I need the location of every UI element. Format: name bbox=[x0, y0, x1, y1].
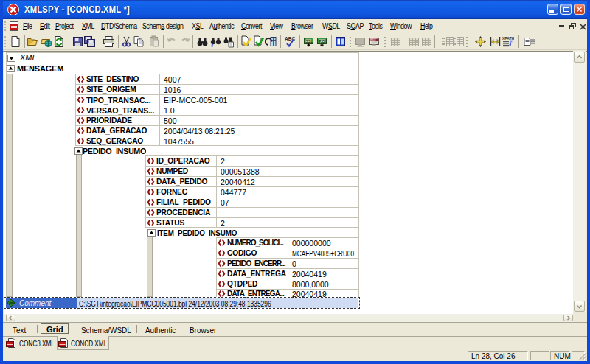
svg-text:FILE: FILE bbox=[371, 38, 376, 41]
svg-text:SSL: SSL bbox=[306, 39, 313, 43]
svg-text:F.O: F.O bbox=[319, 39, 325, 43]
svg-text:XPATH: XPATH bbox=[502, 36, 514, 41]
